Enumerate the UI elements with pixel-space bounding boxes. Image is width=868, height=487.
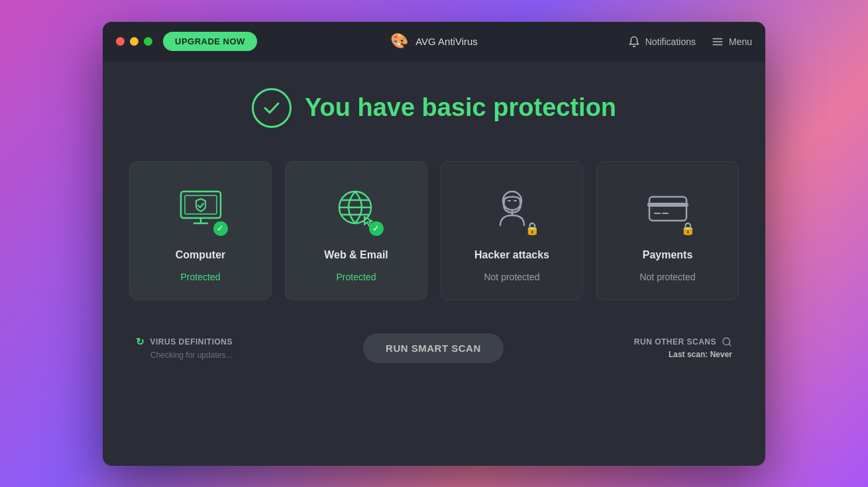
- app-window: UPGRADE NOW 🎨 AVG AntiVirus Notification…: [103, 22, 765, 466]
- refresh-icon: ↻: [136, 336, 145, 348]
- last-scan-value: Never: [710, 350, 732, 359]
- cards-row: ✓ Computer Protected: [129, 161, 739, 300]
- svg-point-11: [503, 191, 521, 210]
- computer-icon-area: ✓: [171, 179, 231, 239]
- search-icon: [722, 337, 732, 347]
- checkmark-icon: [262, 98, 282, 118]
- payments-card[interactable]: 🔒 Payments Not protected: [596, 161, 739, 300]
- other-scans: RUN OTHER SCANS Last scan: Never: [634, 337, 732, 359]
- virus-definitions: ↻ VIRUS DEFINITIONS Checking for updates…: [136, 336, 233, 360]
- web-email-card-name: Web & Email: [324, 249, 388, 261]
- notifications-button[interactable]: Notifications: [628, 36, 696, 48]
- computer-protected-badge: ✓: [213, 221, 228, 236]
- other-scans-label: RUN OTHER SCANS: [634, 337, 716, 347]
- last-scan-info: Last scan: Never: [669, 350, 732, 359]
- menu-icon: [712, 36, 724, 48]
- close-dot[interactable]: [116, 37, 125, 46]
- other-scans-button[interactable]: RUN OTHER SCANS: [634, 337, 732, 347]
- virus-defs-label: VIRUS DEFINITIONS: [150, 337, 233, 347]
- bell-icon: [628, 36, 640, 48]
- payments-lock-badge: 🔒: [680, 221, 695, 236]
- hacker-card-status: Not protected: [484, 272, 539, 282]
- notifications-label: Notifications: [645, 36, 696, 47]
- hacker-lock-badge: 🔒: [525, 221, 539, 236]
- web-email-icon-area: ✓: [327, 179, 386, 239]
- titlebar-right: Notifications Menu: [628, 36, 752, 48]
- computer-card[interactable]: ✓ Computer Protected: [129, 161, 272, 300]
- menu-label: Menu: [729, 36, 752, 47]
- smart-scan-button[interactable]: RUN SMART SCAN: [363, 333, 504, 363]
- computer-card-name: Computer: [176, 249, 226, 261]
- hacker-icon-area: 🔒: [482, 179, 542, 239]
- virus-defs-top: ↻ VIRUS DEFINITIONS: [136, 336, 233, 348]
- main-content: You have basic protection: [103, 62, 765, 466]
- computer-card-status: Protected: [181, 272, 221, 282]
- hacker-attacks-card[interactable]: 🔒 Hacker attacks Not protected: [441, 161, 583, 300]
- payments-card-status: Not protected: [639, 272, 695, 282]
- last-scan-label: Last scan:: [669, 350, 708, 359]
- payments-icon-area: 🔒: [638, 179, 698, 239]
- status-title: You have basic protection: [305, 93, 616, 122]
- upgrade-button[interactable]: UPGRADE NOW: [163, 32, 257, 51]
- web-email-protected-badge: ✓: [369, 221, 384, 236]
- minimize-dot[interactable]: [130, 37, 138, 46]
- app-logo-icon: 🎨: [390, 32, 409, 51]
- svg-rect-15: [649, 197, 686, 221]
- fullscreen-dot[interactable]: [144, 37, 152, 46]
- payments-card-name: Payments: [643, 249, 693, 261]
- status-check-circle: [252, 88, 292, 128]
- titlebar-center: 🎨 AVG AntiVirus: [390, 32, 478, 51]
- titlebar: UPGRADE NOW 🎨 AVG AntiVirus Notification…: [103, 22, 765, 62]
- hacker-card-name: Hacker attacks: [474, 249, 549, 261]
- web-email-card-status: Protected: [337, 272, 376, 282]
- window-controls: [116, 37, 152, 46]
- virus-defs-sub: Checking for updates...: [136, 351, 233, 360]
- web-email-card[interactable]: ✓ Web & Email Protected: [285, 161, 427, 300]
- app-title: AVG AntiVirus: [415, 36, 478, 47]
- status-header: You have basic protection: [252, 88, 616, 128]
- bottom-bar: ↻ VIRUS DEFINITIONS Checking for updates…: [123, 333, 745, 363]
- menu-button[interactable]: Menu: [712, 36, 752, 48]
- svg-line-20: [729, 344, 731, 346]
